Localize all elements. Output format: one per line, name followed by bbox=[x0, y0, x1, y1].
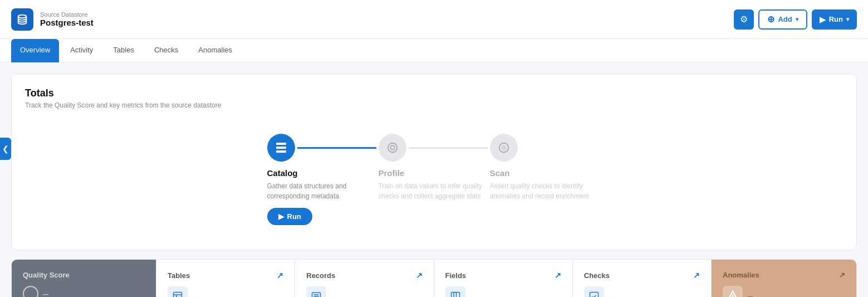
totals-section: Totals Track the Quality Score and key m… bbox=[11, 74, 857, 250]
db-name: Postgres-test bbox=[40, 18, 94, 27]
svg-point-0 bbox=[18, 14, 27, 18]
checks-external-link-icon[interactable]: ↗ bbox=[693, 271, 700, 280]
checks-label: Checks ↗ bbox=[584, 271, 700, 280]
run-label: Run bbox=[829, 15, 843, 23]
records-value-row: – bbox=[306, 286, 422, 297]
tab-tables[interactable]: Tables bbox=[104, 39, 143, 62]
svg-point-5 bbox=[390, 145, 394, 149]
profile-line bbox=[409, 147, 488, 149]
anomalies-label: Anomalies ↗ bbox=[723, 271, 845, 279]
svg-rect-16 bbox=[451, 293, 459, 298]
tab-activity[interactable]: Activity bbox=[61, 39, 102, 62]
db-title: Source Datastore Postgres-test bbox=[40, 11, 94, 27]
datastore-info: Source Datastore Postgres-test bbox=[11, 8, 94, 31]
catalog-content: Catalog Gather data structures and corre… bbox=[267, 162, 379, 225]
catalog-line bbox=[297, 147, 376, 149]
tables-value: – bbox=[192, 291, 198, 298]
db-subtitle: Source Datastore bbox=[40, 11, 94, 18]
profile-desc: Train on data values to infer quality ch… bbox=[379, 181, 490, 201]
scan-circle bbox=[490, 134, 518, 162]
catalog-desc: Gather data structures and corresponding… bbox=[267, 181, 379, 201]
profile-header bbox=[379, 134, 490, 162]
checks-icon bbox=[584, 286, 604, 297]
fields-external-link-icon[interactable]: ↗ bbox=[555, 271, 561, 280]
quality-circle-icon bbox=[23, 286, 38, 297]
fields-label: Fields ↗ bbox=[445, 271, 561, 280]
anomalies-icon bbox=[723, 286, 743, 297]
pipeline: Catalog Gather data structures and corre… bbox=[25, 123, 843, 236]
metric-quality-score: Quality Score – bbox=[12, 260, 156, 297]
scan-name: Scan bbox=[490, 168, 601, 178]
metric-tables: Tables ↗ – bbox=[156, 260, 295, 297]
fields-value-row: – bbox=[445, 286, 561, 297]
tables-value-row: – bbox=[168, 286, 283, 297]
nav-tabs: Overview Activity Tables Checks Anomalie… bbox=[0, 39, 868, 62]
tab-anomalies[interactable]: Anomalies bbox=[189, 39, 241, 62]
tables-label: Tables ↗ bbox=[168, 271, 283, 280]
metrics-row: Quality Score – Tables ↗ bbox=[11, 259, 857, 297]
svg-rect-2 bbox=[276, 147, 286, 149]
catalog-run-icon: ▶ bbox=[278, 212, 284, 221]
checks-value: – bbox=[609, 291, 614, 298]
run-chevron-icon: ▾ bbox=[846, 16, 849, 22]
records-value: – bbox=[331, 291, 336, 298]
profile-circle bbox=[379, 134, 406, 162]
quality-score-label: Quality Score bbox=[23, 271, 145, 279]
top-bar: Source Datastore Postgres-test ⚙ ⊕ Add ▾… bbox=[0, 0, 868, 39]
add-plus-icon: ⊕ bbox=[767, 14, 774, 25]
top-actions: ⚙ ⊕ Add ▾ ▶ Run ▾ bbox=[734, 9, 857, 30]
section-title: Totals bbox=[25, 87, 843, 99]
run-button[interactable]: ▶ Run ▾ bbox=[812, 9, 857, 30]
fields-icon bbox=[445, 286, 465, 297]
anomalies-value-row: – bbox=[723, 286, 845, 297]
catalog-run-button[interactable]: ▶ Run bbox=[267, 208, 312, 225]
pipeline-step-scan: Scan Assert quality checks to identify a… bbox=[490, 134, 601, 208]
svg-point-7 bbox=[501, 145, 506, 150]
quality-score-value-row: – bbox=[23, 286, 145, 297]
settings-icon: ⚙ bbox=[740, 14, 748, 25]
fields-value: – bbox=[470, 291, 475, 298]
records-icon bbox=[306, 286, 326, 297]
back-icon: ❮ bbox=[2, 144, 9, 153]
anomalies-value: – bbox=[747, 290, 753, 298]
checks-value-row: – bbox=[584, 286, 700, 297]
catalog-header bbox=[267, 134, 379, 162]
main-content: Totals Track the Quality Score and key m… bbox=[0, 62, 868, 297]
tab-overview[interactable]: Overview bbox=[11, 39, 59, 62]
metric-records: Records ↗ – bbox=[295, 260, 434, 297]
add-label: Add bbox=[778, 15, 792, 23]
tables-icon bbox=[168, 286, 188, 297]
metric-fields: Fields ↗ – bbox=[434, 260, 573, 297]
svg-rect-3 bbox=[276, 150, 286, 153]
quality-score-value: – bbox=[43, 288, 48, 298]
scan-content: Scan Assert quality checks to identify a… bbox=[490, 162, 601, 208]
scan-header bbox=[490, 134, 601, 162]
run-play-icon: ▶ bbox=[820, 15, 826, 24]
catalog-circle bbox=[267, 134, 295, 162]
metric-anomalies: Anomalies ↗ – bbox=[712, 260, 856, 297]
add-button[interactable]: ⊕ Add ▾ bbox=[758, 9, 807, 30]
metric-checks: Checks ↗ – bbox=[573, 260, 712, 297]
pipeline-step-catalog: Catalog Gather data structures and corre… bbox=[267, 134, 379, 225]
profile-name: Profile bbox=[379, 168, 490, 178]
svg-rect-1 bbox=[276, 143, 286, 145]
profile-content: Profile Train on data values to infer qu… bbox=[379, 162, 490, 208]
svg-point-4 bbox=[388, 143, 397, 153]
catalog-run-label: Run bbox=[287, 212, 301, 221]
records-label: Records ↗ bbox=[306, 271, 422, 280]
add-chevron-icon: ▾ bbox=[796, 16, 798, 22]
scan-desc: Assert quality checks to identify anomal… bbox=[490, 181, 601, 201]
settings-button[interactable]: ⚙ bbox=[734, 9, 754, 30]
tables-external-link-icon[interactable]: ↗ bbox=[277, 271, 283, 280]
pipeline-step-profile: Profile Train on data values to infer qu… bbox=[379, 134, 490, 208]
records-external-link-icon[interactable]: ↗ bbox=[416, 271, 423, 280]
tab-checks[interactable]: Checks bbox=[145, 39, 187, 62]
db-icon bbox=[11, 8, 33, 31]
back-button[interactable]: ❮ bbox=[0, 138, 11, 160]
catalog-name: Catalog bbox=[267, 168, 379, 178]
svg-rect-19 bbox=[590, 293, 598, 298]
section-subtitle: Track the Quality Score and key metrics … bbox=[25, 101, 843, 109]
anomalies-external-link-icon[interactable]: ↗ bbox=[839, 271, 845, 279]
